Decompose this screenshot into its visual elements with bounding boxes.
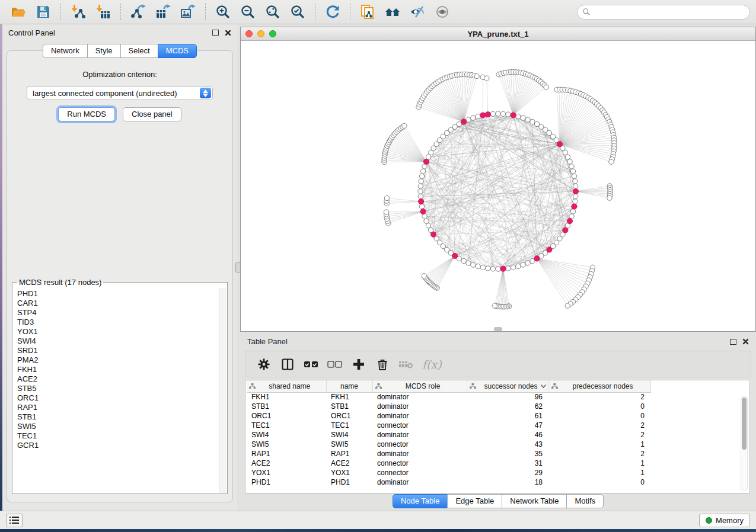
- select-all-checkboxes-icon[interactable]: [301, 355, 321, 373]
- mcds-result-item[interactable]: SWI4: [17, 336, 219, 346]
- table-row[interactable]: FKH1FKH1dominator962: [247, 392, 650, 402]
- mcds-result-item[interactable]: SWI5: [17, 422, 219, 431]
- gear-icon[interactable]: [254, 355, 274, 373]
- mcds-result-item[interactable]: PMA2: [17, 355, 219, 365]
- export-table-icon[interactable]: [154, 3, 172, 21]
- zoom-fit-icon[interactable]: [264, 3, 282, 21]
- mcds-result-item[interactable]: SRD1: [17, 346, 219, 355]
- network-window-title: YPA_prune.txt_1: [241, 30, 755, 39]
- mcds-result-item[interactable]: STP4: [17, 308, 219, 318]
- zoom-in-icon[interactable]: [214, 3, 232, 21]
- import-network-icon[interactable]: [69, 3, 87, 21]
- export-network-icon[interactable]: [129, 3, 147, 21]
- attribute-tree-icon: [470, 383, 476, 389]
- table-row[interactable]: TEC1TEC1connector472: [247, 421, 650, 430]
- run-mcds-button[interactable]: Run MCDS: [58, 107, 115, 121]
- deselect-checkboxes-icon[interactable]: [325, 355, 345, 373]
- network-graph[interactable]: [241, 41, 755, 331]
- delete-table-icon[interactable]: [396, 355, 416, 373]
- toolbar-separator: [205, 4, 206, 20]
- column-header-mcds-role[interactable]: MCDS role: [372, 380, 467, 392]
- tab-network-table[interactable]: Network Table: [502, 494, 567, 508]
- table-row[interactable]: PHD1PHD1dominator180: [247, 477, 650, 487]
- close-panel-button[interactable]: Close panel: [123, 107, 181, 121]
- mcds-result-item[interactable]: ORC1: [17, 393, 219, 403]
- search-box[interactable]: [577, 5, 750, 20]
- table-scrollbar[interactable]: [741, 396, 748, 491]
- canvas-hscroll-thumb[interactable]: [494, 327, 502, 331]
- maximize-window-icon[interactable]: [269, 30, 276, 37]
- save-icon[interactable]: [34, 3, 52, 21]
- table-row[interactable]: RAP1RAP1dominator352: [247, 449, 650, 459]
- table-row[interactable]: ACE2ACE2connector311: [247, 459, 650, 468]
- minimize-window-icon[interactable]: [257, 30, 264, 37]
- dropdown-stepper-icon: [200, 88, 211, 98]
- mcds-list-scrollbar[interactable]: [219, 288, 227, 493]
- zoom-selected-icon[interactable]: [289, 3, 307, 21]
- refresh-layout-icon[interactable]: [324, 3, 342, 21]
- search-input[interactable]: [594, 8, 745, 16]
- table-row[interactable]: ORC1ORC1dominator610: [247, 411, 650, 421]
- column-header-name[interactable]: name: [326, 380, 372, 392]
- network-window-titlebar[interactable]: YPA_prune.txt_1: [241, 27, 755, 41]
- export-image-icon[interactable]: [179, 3, 197, 21]
- network-canvas[interactable]: [241, 41, 755, 331]
- close-panel-icon[interactable]: [225, 30, 231, 36]
- zoom-out-icon[interactable]: [239, 3, 257, 21]
- tab-node-table[interactable]: Node Table: [393, 494, 448, 508]
- float-panel-icon[interactable]: [212, 30, 219, 36]
- tab-mcds[interactable]: MCDS: [158, 44, 197, 58]
- tab-edge-table[interactable]: Edge Table: [447, 494, 502, 508]
- table-type-tabs: Node Table Edge Table Network Table Moti…: [240, 494, 756, 508]
- tab-network[interactable]: Network: [43, 44, 88, 58]
- close-window-icon[interactable]: [245, 30, 253, 37]
- open-folder-icon[interactable]: [9, 3, 27, 21]
- column-header-shared-name[interactable]: shared name: [247, 380, 326, 392]
- control-panel-tabs: Network Style Select MCDS: [2, 44, 237, 58]
- float-table-panel-icon[interactable]: [730, 339, 736, 345]
- network-window: YPA_prune.txt_1: [240, 27, 756, 332]
- tab-select[interactable]: Select: [120, 44, 158, 58]
- table-scrollbar-thumb[interactable]: [742, 398, 747, 450]
- mcds-result-item[interactable]: PHD1: [17, 289, 219, 299]
- status-bar: Memory: [0, 511, 756, 529]
- mcds-result-item[interactable]: RAP1: [17, 403, 219, 412]
- mcds-result-item[interactable]: ACE2: [17, 374, 219, 384]
- table-row[interactable]: SWI5SWI5connector431: [247, 440, 650, 449]
- tab-motifs[interactable]: Motifs: [566, 494, 604, 508]
- mcds-result-item[interactable]: GCR1: [17, 441, 219, 450]
- delete-column-icon[interactable]: [372, 355, 393, 373]
- first-neighbors-icon[interactable]: [384, 3, 401, 21]
- memory-button[interactable]: Memory: [699, 514, 750, 527]
- task-history-button[interactable]: [6, 514, 23, 527]
- table-row[interactable]: STB1STB1dominator620: [247, 402, 650, 411]
- function-builder-icon[interactable]: f(x): [422, 358, 442, 371]
- mcds-result-list[interactable]: PHD1CAR1STP4TID3YOX1SWI4SRD1PMA2FKH1ACE2…: [13, 288, 219, 493]
- mcds-result-item[interactable]: TEC1: [17, 431, 219, 441]
- close-table-panel-icon[interactable]: [742, 338, 749, 345]
- mcds-result-item[interactable]: YOX1: [17, 327, 219, 336]
- toolbar-separator: [315, 4, 315, 20]
- split-columns-icon[interactable]: [277, 355, 298, 373]
- mcds-result-item[interactable]: TID3: [17, 318, 219, 327]
- add-column-icon[interactable]: [349, 355, 369, 373]
- table-row[interactable]: YOX1YOX1connector291: [247, 468, 650, 477]
- clone-network-icon[interactable]: [359, 3, 377, 21]
- mcds-result-item[interactable]: STB1: [17, 412, 219, 422]
- search-icon: [582, 8, 591, 16]
- mcds-result-item[interactable]: CAR1: [17, 299, 219, 308]
- mcds-result-item[interactable]: STB5: [17, 384, 219, 393]
- tab-style[interactable]: Style: [87, 44, 121, 58]
- table-panel-header: Table Panel: [240, 334, 756, 350]
- table-row[interactable]: SWI4SWI4dominator462: [247, 430, 650, 440]
- mcds-result-item[interactable]: FKH1: [17, 365, 219, 374]
- attribute-tree-icon: [551, 383, 558, 389]
- column-header-predecessor-nodes[interactable]: predecessor nodes: [548, 380, 650, 392]
- show-all-icon[interactable]: [433, 3, 451, 21]
- import-table-icon[interactable]: [94, 3, 112, 21]
- table-toolbar: f(x): [245, 351, 751, 377]
- attribute-tree-icon: [249, 383, 256, 389]
- criterion-dropdown[interactable]: largest connected component (undirected): [27, 86, 213, 100]
- column-header-successor-nodes[interactable]: successor nodes: [467, 380, 548, 392]
- hide-selected-icon[interactable]: [409, 3, 426, 21]
